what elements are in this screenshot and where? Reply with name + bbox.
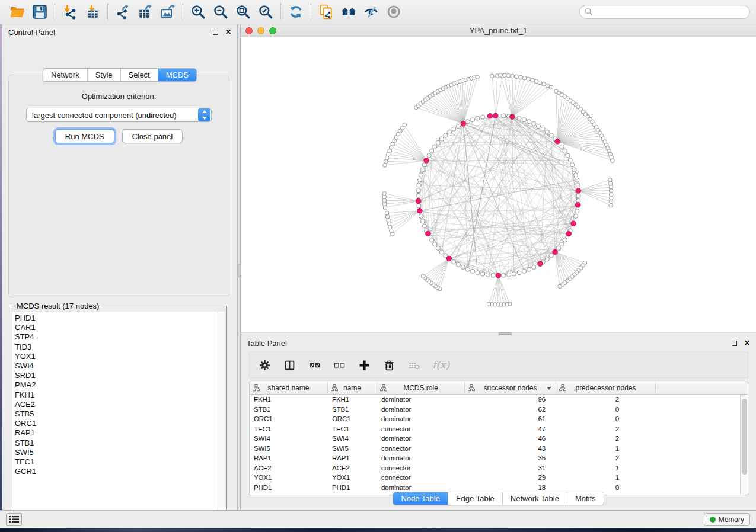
mcds-result-node[interactable]: CAR1	[15, 323, 225, 332]
table-cell[interactable]: 0	[556, 414, 656, 424]
table-cell[interactable]: 96	[465, 395, 556, 405]
scrollbar-thumb[interactable]	[742, 399, 747, 475]
table-row[interactable]: ACE2ACE2connector311	[250, 463, 748, 473]
table-cell[interactable]: 62	[465, 405, 556, 415]
show-graphics-button[interactable]	[382, 2, 405, 22]
refresh-view-button[interactable]	[285, 2, 307, 22]
table-cell[interactable]: connector	[377, 473, 465, 483]
table-row[interactable]: PHD1PHD1dominator180	[250, 483, 748, 493]
run-mcds-button[interactable]: Run MCDS	[55, 129, 114, 143]
search-input[interactable]	[596, 8, 745, 16]
mcds-result-node[interactable]: SWI5	[15, 448, 225, 457]
table-cell[interactable]: 29	[465, 473, 556, 483]
table-row[interactable]: FKH1FKH1dominator962	[250, 395, 748, 405]
column-header-successor-nodes[interactable]: successor nodes	[465, 382, 556, 394]
add-column-button[interactable]	[358, 358, 371, 371]
table-scrollbar[interactable]	[740, 395, 748, 495]
deselect-all-button[interactable]	[333, 358, 346, 371]
table-cell[interactable]: connector	[377, 424, 465, 434]
table-cell[interactable]: ORC1	[250, 414, 328, 424]
network-canvas[interactable]	[241, 37, 756, 332]
tab-edge-table[interactable]: Edge Table	[448, 492, 502, 505]
table-cell[interactable]: SWI4	[250, 434, 328, 444]
zoom-selected-button[interactable]	[254, 2, 277, 22]
table-cell[interactable]: dominator	[377, 405, 465, 415]
float-panel-icon[interactable]	[732, 341, 737, 346]
open-file-button[interactable]	[6, 2, 28, 22]
mcds-result-node[interactable]: YOX1	[15, 352, 225, 361]
table-cell[interactable]: STB1	[250, 405, 328, 415]
clone-network-button[interactable]	[315, 2, 337, 22]
splitter-grip[interactable]	[238, 264, 240, 277]
memory-button[interactable]: Memory	[704, 513, 750, 526]
window-close-icon[interactable]	[245, 27, 253, 34]
table-row[interactable]: SWI5SWI5connector431	[250, 444, 748, 454]
delete-table-button[interactable]	[407, 358, 420, 371]
table-cell[interactable]: dominator	[377, 434, 465, 444]
mcds-result-node[interactable]: GCR1	[15, 467, 225, 476]
table-cell[interactable]: SWI5	[250, 444, 328, 454]
table-cell[interactable]: PHD1	[328, 483, 377, 493]
mcds-result-node[interactable]: ACE2	[15, 400, 225, 409]
hide-graphics-button[interactable]	[360, 2, 382, 22]
mcds-result-node[interactable]: ORC1	[15, 419, 225, 428]
table-cell[interactable]: dominator	[377, 453, 465, 463]
export-table-button[interactable]	[134, 2, 157, 22]
table-cell[interactable]: RAP1	[328, 453, 377, 463]
zoom-fit-button[interactable]	[232, 2, 254, 22]
tab-mcds[interactable]: MCDS	[158, 69, 196, 81]
mcds-result-node[interactable]: TID3	[15, 342, 225, 352]
zoom-out-button[interactable]	[209, 2, 232, 22]
table-cell[interactable]: FKH1	[328, 395, 377, 405]
table-cell[interactable]: 0	[556, 405, 656, 415]
tab-node-table[interactable]: Node Table	[393, 492, 448, 505]
function-builder-button[interactable]: f(x)	[432, 359, 449, 371]
select-all-button[interactable]	[308, 358, 321, 371]
table-cell[interactable]: SWI4	[328, 434, 377, 444]
table-cell[interactable]: YOX1	[250, 473, 328, 483]
export-image-button[interactable]	[157, 2, 179, 22]
table-cell[interactable]: connector	[377, 444, 465, 454]
close-panel-button[interactable]: Close panel	[122, 129, 183, 143]
table-cell[interactable]: 1	[556, 463, 656, 473]
table-cell[interactable]: 2	[556, 395, 656, 405]
column-header-mcds-role[interactable]: MCDS role	[377, 382, 465, 394]
table-cell[interactable]: FKH1	[250, 395, 328, 405]
import-table-button[interactable]	[81, 2, 104, 22]
table-cell[interactable]: 2	[556, 424, 656, 434]
home-networks-button[interactable]	[337, 2, 360, 22]
tab-network[interactable]: Network	[43, 69, 87, 81]
splitter-grip[interactable]	[499, 332, 512, 335]
float-panel-icon[interactable]	[213, 30, 218, 35]
mcds-result-node[interactable]: PHD1	[15, 313, 225, 323]
tab-select[interactable]: Select	[120, 69, 158, 81]
window-minimize-icon[interactable]	[257, 27, 264, 34]
table-row[interactable]: TEC1TEC1connector472	[250, 424, 748, 434]
network-graph[interactable]	[241, 37, 756, 332]
mcds-list-scrollbar[interactable]	[218, 312, 225, 520]
column-header-shared-name[interactable]: shared name	[250, 382, 328, 394]
table-cell[interactable]: dominator	[377, 414, 465, 424]
table-row[interactable]: SWI4SWI4dominator462	[250, 434, 748, 444]
mcds-result-node[interactable]: RAP1	[15, 428, 225, 438]
table-cell[interactable]: 2	[556, 434, 656, 444]
task-history-button[interactable]	[6, 513, 22, 526]
table-cell[interactable]: ACE2	[328, 463, 377, 473]
delete-column-button[interactable]	[382, 358, 395, 371]
table-row[interactable]: ORC1ORC1dominator610	[250, 414, 748, 424]
mcds-result-node[interactable]: SWI4	[15, 361, 225, 371]
mcds-result-node[interactable]: SRD1	[15, 371, 225, 380]
table-row[interactable]: YOX1YOX1connector291	[250, 473, 748, 483]
table-cell[interactable]: 1	[556, 473, 656, 483]
mcds-result-node[interactable]: FKH1	[15, 390, 225, 400]
table-cell[interactable]: 47	[465, 424, 556, 434]
table-cell[interactable]: dominator	[377, 483, 465, 493]
table-cell[interactable]: PHD1	[250, 483, 328, 493]
column-header-predecessor-nodes[interactable]: predecessor nodes	[556, 382, 656, 394]
close-panel-icon[interactable]: ✕	[225, 30, 231, 35]
table-cell[interactable]: connector	[377, 463, 465, 473]
column-header-name[interactable]: name	[328, 382, 377, 394]
table-row[interactable]: RAP1RAP1dominator352	[250, 453, 748, 463]
mcds-result-node[interactable]: STB1	[15, 438, 225, 448]
table-cell[interactable]: dominator	[377, 395, 465, 405]
